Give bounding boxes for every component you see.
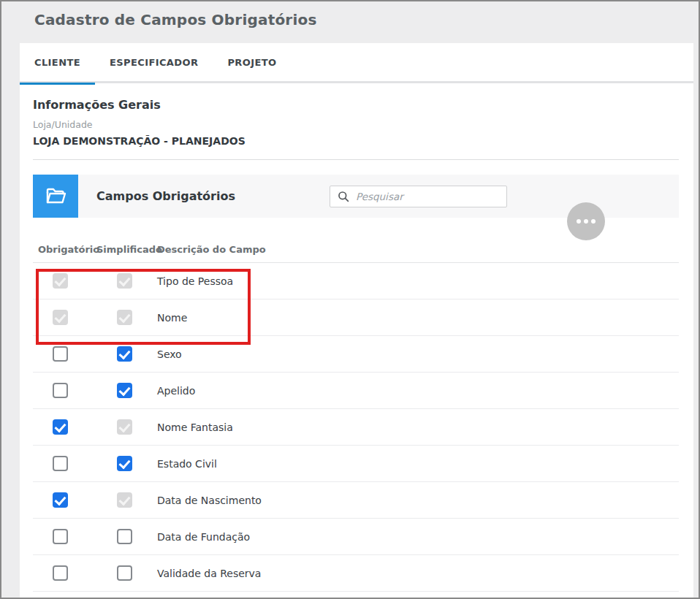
panel-header: Campos Obrigatórios: [33, 175, 679, 218]
search-box[interactable]: [330, 186, 507, 207]
cell-obrigatorio: [33, 310, 94, 325]
simplificado-checkbox[interactable]: [117, 383, 132, 398]
search-input[interactable]: [356, 191, 499, 202]
simplificado-checkbox: [117, 273, 132, 289]
window: Cadastro de Campos Obrigatórios CLIENTE …: [0, 0, 700, 599]
cell-simplificado: [94, 456, 157, 471]
table-row: Apelido: [33, 373, 679, 409]
cell-simplificado: [94, 565, 157, 581]
main-content: Informações Gerais Loja/Unidade LOJA DEM…: [20, 98, 693, 592]
obrigatorio-checkbox[interactable]: [53, 565, 68, 581]
ellipsis-icon: [577, 219, 596, 224]
store-field-value: LOJA DEMONSTRAÇÃO - PLANEJADOS: [33, 135, 679, 147]
cell-simplificado: [94, 529, 157, 544]
cell-obrigatorio: [33, 492, 94, 508]
obrigatorio-checkbox[interactable]: [53, 346, 68, 362]
panel-title: Campos Obrigatórios: [96, 189, 235, 203]
cell-simplificado: [94, 383, 157, 398]
table-row: Nome Fantasia: [33, 409, 679, 446]
field-description: Tipo de Pessoa: [157, 275, 679, 287]
table-row: Estado Civil: [33, 446, 679, 482]
cell-simplificado: [94, 310, 157, 325]
table-header: Obrigatório Simplificado Descrição do Ca…: [33, 244, 679, 263]
cell-obrigatorio: [33, 419, 94, 435]
cell-simplificado: [94, 346, 157, 362]
page-title: Cadastro de Campos Obrigatórios: [34, 11, 317, 28]
store-field-label: Loja/Unidade: [33, 119, 679, 130]
field-description: Apelido: [157, 385, 679, 397]
table-rows: Tipo de PessoaNomeSexoApelidoNome Fantas…: [33, 263, 679, 592]
search-icon: [338, 191, 349, 202]
cell-simplificado: [94, 492, 157, 508]
cell-obrigatorio: [33, 565, 94, 581]
content-card: CLIENTE ESPECIFICADOR PROJETO Informaçõe…: [20, 43, 693, 599]
section-divider: [33, 159, 679, 160]
obrigatorio-checkbox[interactable]: [53, 419, 68, 435]
obrigatorio-checkbox: [53, 310, 68, 325]
table-row: Data de Nascimento: [33, 482, 679, 519]
simplificado-checkbox: [117, 310, 132, 325]
obrigatorio-checkbox[interactable]: [53, 383, 68, 398]
column-header-descricao: Descrição do Campo: [157, 244, 679, 255]
table-row: Nome: [33, 300, 679, 336]
cell-simplificado: [94, 273, 157, 289]
tab-bar: CLIENTE ESPECIFICADOR PROJETO: [20, 43, 693, 83]
panel-icon-square: [33, 175, 78, 218]
table-row: Data de Fundação: [33, 519, 679, 555]
obrigatorio-checkbox[interactable]: [53, 529, 68, 544]
cell-obrigatorio: [33, 273, 94, 289]
field-description: Data de Nascimento: [157, 495, 679, 506]
field-description: Estado Civil: [157, 458, 679, 470]
simplificado-checkbox: [117, 492, 132, 508]
tab-especificador[interactable]: ESPECIFICADOR: [95, 43, 213, 83]
simplificado-checkbox[interactable]: [117, 456, 132, 471]
field-description: Nome Fantasia: [157, 421, 679, 433]
cell-obrigatorio: [33, 456, 94, 471]
more-options-button[interactable]: [567, 202, 605, 240]
obrigatorio-checkbox: [53, 273, 68, 289]
table-row: Sexo: [33, 336, 679, 373]
section-heading: Informações Gerais: [33, 98, 679, 112]
field-description: Validade da Reserva: [157, 568, 679, 579]
table-row: Validade da Reserva: [33, 555, 679, 592]
table-row: Tipo de Pessoa: [33, 263, 679, 300]
column-header-simplificado: Simplificado: [94, 244, 157, 255]
field-description: Nome: [157, 312, 679, 324]
simplificado-checkbox[interactable]: [117, 346, 132, 362]
simplificado-checkbox[interactable]: [117, 565, 132, 581]
tab-cliente[interactable]: CLIENTE: [20, 43, 95, 83]
open-folder-icon: [44, 186, 67, 207]
tab-projeto[interactable]: PROJETO: [213, 43, 291, 83]
field-description: Sexo: [157, 348, 679, 360]
obrigatorio-checkbox[interactable]: [53, 492, 68, 508]
cell-simplificado: [94, 419, 157, 435]
field-description: Data de Fundação: [157, 531, 679, 543]
cell-obrigatorio: [33, 346, 94, 362]
simplificado-checkbox[interactable]: [117, 529, 132, 544]
cell-obrigatorio: [33, 529, 94, 544]
cell-obrigatorio: [33, 383, 94, 398]
obrigatorio-checkbox[interactable]: [53, 456, 68, 471]
column-header-obrigatorio: Obrigatório: [33, 244, 94, 255]
simplificado-checkbox: [117, 419, 132, 435]
